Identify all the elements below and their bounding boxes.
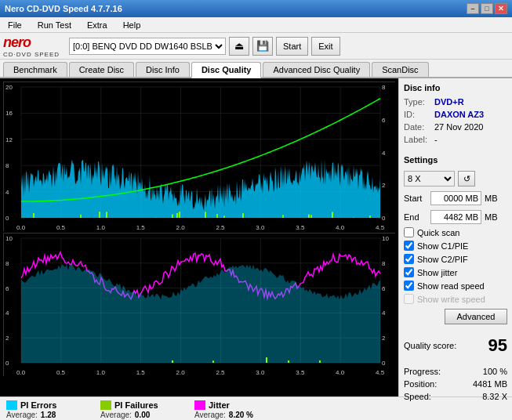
jitter-color-box <box>194 400 205 410</box>
start-button[interactable]: Start <box>276 37 308 56</box>
start-mb-unit: MB <box>485 194 498 203</box>
show-c1pie-row: Show C1/PIE <box>404 241 507 251</box>
save-icon-button[interactable]: 💾 <box>252 37 273 56</box>
chart-area <box>0 78 398 396</box>
disc-date-value: 27 Nov 2020 <box>434 122 483 132</box>
start-label: Start <box>404 194 427 203</box>
top-chart-canvas <box>4 82 396 232</box>
end-mb-unit: MB <box>485 212 498 222</box>
speed-select[interactable]: 8 X <box>404 171 455 186</box>
pi-failures-title: PI Failures <box>100 400 179 410</box>
pi-failures-color-box <box>100 400 111 410</box>
position-row: Position: 4481 MB <box>404 379 507 389</box>
tab-disc-quality[interactable]: Disc Quality <box>191 62 262 78</box>
bottom-chart <box>3 233 395 376</box>
advanced-button[interactable]: Advanced <box>445 309 507 324</box>
main-content: Disc info Type: DVD+R ID: DAXON AZ3 Date… <box>0 78 512 396</box>
disc-type-label: Type: <box>404 97 431 107</box>
title-bar: Nero CD-DVD Speed 4.7.7.16 – □ ✕ <box>0 0 512 17</box>
tab-advanced-disc-quality[interactable]: Advanced Disc Quality <box>263 62 370 77</box>
top-chart <box>3 81 395 231</box>
jitter-title: Jitter <box>194 400 273 410</box>
show-read-speed-label: Show read speed <box>417 281 485 291</box>
settings-title: Settings <box>404 155 507 165</box>
quick-scan-checkbox[interactable] <box>404 227 414 237</box>
tab-disc-info[interactable]: Disc Info <box>136 62 190 77</box>
disc-id-label: ID: <box>404 110 431 119</box>
disc-id-value: DAXON AZ3 <box>434 110 484 119</box>
progress-label: Progress: <box>404 367 441 376</box>
logo-sub: CD·DVD SPEED <box>3 51 60 58</box>
logo-text: nero <box>3 34 60 51</box>
speed-row: 8 X ↺ <box>404 171 507 186</box>
end-mb-row: End MB <box>404 210 507 224</box>
disc-type-row: Type: DVD+R <box>404 97 507 107</box>
quick-scan-label: Quick scan <box>417 228 459 237</box>
logo: nero CD·DVD SPEED <box>3 34 60 58</box>
speed-row-progress: Speed: 8.32 X <box>404 392 507 401</box>
drive-select[interactable]: [0:0] BENQ DVD DD DW1640 BSLB <box>69 38 226 55</box>
bottom-chart-canvas <box>4 234 396 377</box>
show-c2pif-row: Show C2/PIF <box>404 254 507 264</box>
disc-id-row: ID: DAXON AZ3 <box>404 110 507 119</box>
pif-avg-row: Average: 0.00 <box>100 411 179 419</box>
speed-label: Speed: <box>404 392 431 401</box>
pi-errors-color-box <box>6 400 17 410</box>
jitter-legend: Jitter Average: 8.20 % Maximum: 9.8 % PO… <box>194 400 273 420</box>
quality-score-label: Quality score: <box>404 341 456 350</box>
show-jitter-checkbox[interactable] <box>404 267 414 277</box>
pi-errors-title: PI Errors <box>6 400 85 410</box>
disc-info-title: Disc info <box>404 83 507 92</box>
exit-button[interactable]: Exit <box>311 37 340 56</box>
show-read-speed-row: Show read speed <box>404 281 507 291</box>
maximize-button[interactable]: □ <box>481 3 493 14</box>
show-c2pif-checkbox[interactable] <box>404 254 414 264</box>
refresh-icon-button[interactable]: ↺ <box>458 171 475 186</box>
menu-extra[interactable]: Extra <box>82 19 112 31</box>
jitter-avg-row: Average: 8.20 % <box>194 411 273 419</box>
disc-label-label: Label: <box>404 135 431 144</box>
show-read-speed-checkbox[interactable] <box>404 281 414 291</box>
show-write-speed-checkbox <box>404 294 414 304</box>
menu-help[interactable]: Help <box>118 19 146 31</box>
show-c1pie-checkbox[interactable] <box>404 241 414 251</box>
disc-date-label: Date: <box>404 122 431 132</box>
close-button[interactable]: ✕ <box>495 3 507 14</box>
disc-type-value: DVD+R <box>434 97 464 107</box>
end-mb-input[interactable] <box>430 210 481 224</box>
show-jitter-label: Show jitter <box>417 268 457 277</box>
toolbar: nero CD·DVD SPEED [0:0] BENQ DVD DD DW16… <box>0 33 512 60</box>
quality-score-value: 95 <box>488 335 507 356</box>
speed-value: 8.32 X <box>482 392 507 401</box>
show-write-speed-row: Show write speed <box>404 294 507 304</box>
quality-score-row: Quality score: 95 <box>404 335 507 356</box>
pi-errors-legend: PI Errors Average: 1.28 Maximum: 14 Tota… <box>6 400 85 420</box>
end-label: End <box>404 212 427 222</box>
pi-avg-row: Average: 1.28 <box>6 411 85 419</box>
start-mb-row: Start MB <box>404 191 507 205</box>
tab-create-disc[interactable]: Create Disc <box>69 62 134 77</box>
right-panel: Disc info Type: DVD+R ID: DAXON AZ3 Date… <box>398 78 512 396</box>
show-c2pif-label: Show C2/PIF <box>417 255 468 264</box>
show-write-speed-label: Show write speed <box>417 295 485 304</box>
position-label: Position: <box>404 379 437 389</box>
progress-row: Progress: 100 % <box>404 367 507 376</box>
menu-file[interactable]: File <box>3 19 27 31</box>
eject-icon-button[interactable]: ⏏ <box>229 37 249 56</box>
start-mb-input[interactable] <box>430 191 481 205</box>
window-title: Nero CD-DVD Speed 4.7.7.16 <box>5 4 122 13</box>
disc-date-row: Date: 27 Nov 2020 <box>404 122 507 132</box>
tab-scandisc[interactable]: ScanDisc <box>372 62 428 77</box>
progress-value: 100 % <box>483 367 507 376</box>
show-c1pie-label: Show C1/PIE <box>417 241 468 251</box>
window-controls: – □ ✕ <box>467 3 507 14</box>
tab-benchmark[interactable]: Benchmark <box>3 62 67 77</box>
menu-run-test[interactable]: Run Test <box>33 19 76 31</box>
disc-label-value: - <box>434 135 438 144</box>
menu-bar: File Run Test Extra Help <box>0 17 512 33</box>
tab-bar: Benchmark Create Disc Disc Info Disc Qua… <box>0 60 512 78</box>
minimize-button[interactable]: – <box>467 3 479 14</box>
position-value: 4481 MB <box>473 379 507 389</box>
disc-label-row: Label: - <box>404 135 507 144</box>
pi-failures-legend: PI Failures Average: 0.00 Maximum: 8 Tot… <box>100 400 179 420</box>
